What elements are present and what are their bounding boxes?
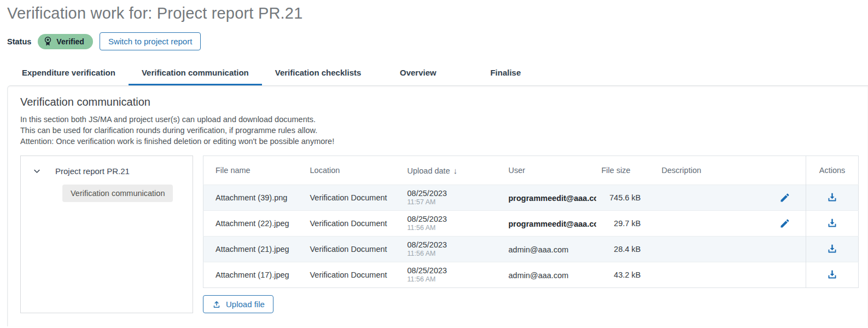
tree-root-label: Project report PR.21 <box>55 166 130 176</box>
user-cell: programmeedit@aaa.com <box>502 185 595 211</box>
file-name-cell: Attachment (21).jpeg <box>203 237 303 262</box>
file-size-cell: 43.2 kB <box>595 262 655 288</box>
download-file-button[interactable] <box>825 242 839 256</box>
column-header-file-size[interactable]: File size <box>595 156 655 185</box>
column-header-upload-date[interactable]: Upload date↓ <box>400 156 502 185</box>
description-cell <box>655 185 806 211</box>
edit-description-button[interactable] <box>778 191 791 204</box>
file-name-cell: Attachment (22).jpeg <box>203 211 303 237</box>
upload-icon <box>212 300 222 309</box>
file-size-cell: 28.4 kB <box>595 237 655 262</box>
upload-date-cell: 08/25/2023 11:56 AM <box>400 237 502 262</box>
actions-cell <box>806 237 859 262</box>
upload-date-cell: 08/25/2023 11:57 AM <box>400 185 502 211</box>
file-size-cell: 745.6 kB <box>595 185 655 211</box>
status-row: Status Verified Switch to project report <box>7 32 868 50</box>
section-title: Verification communication <box>20 96 855 108</box>
edit-description-button[interactable] <box>778 217 791 230</box>
user-cell: admin@aaa.com <box>502 262 595 288</box>
verified-ribbon-icon <box>43 36 53 47</box>
tab-finalise[interactable]: Finalise <box>462 60 549 85</box>
column-header-user[interactable]: User <box>502 156 595 185</box>
file-name-cell: Attachment (17).jpeg <box>203 262 303 288</box>
tree-root-project-report[interactable]: Project report PR.21 <box>28 166 185 176</box>
section-description: In this section both JS/MA and project u… <box>20 114 855 147</box>
description-cell <box>655 262 806 288</box>
status-badge: Verified <box>38 34 93 49</box>
actions-cell <box>806 185 859 211</box>
tab-verification-communication[interactable]: Verification communication <box>129 60 262 85</box>
report-tree-panel: Project report PR.21 Verification commun… <box>20 156 193 313</box>
table-row: Attachment (17).jpeg Verification Docume… <box>203 262 859 288</box>
upload-date-cell: 08/25/2023 11:56 AM <box>400 262 502 288</box>
actions-cell <box>806 262 859 288</box>
actions-cell <box>806 211 859 237</box>
location-cell: Verification Document <box>303 185 400 211</box>
tab-bar: Expenditure verification Verification co… <box>0 60 868 85</box>
download-file-button[interactable] <box>825 191 839 204</box>
page-title: Verification work for: Project report PR… <box>0 0 868 22</box>
upload-file-button[interactable]: Upload file <box>203 295 273 313</box>
column-header-file-name[interactable]: File name <box>203 156 303 185</box>
column-header-actions: Actions <box>806 156 859 185</box>
sort-desc-icon[interactable]: ↓ <box>453 166 458 175</box>
table-header-row: File name Location Upload date↓ User Fil… <box>203 156 859 185</box>
download-file-button[interactable] <box>825 216 839 230</box>
content-card: Verification communication In this secti… <box>7 85 868 326</box>
column-header-location[interactable]: Location <box>303 156 400 185</box>
file-name-cell: Attachment (39).png <box>203 185 303 211</box>
table-row: Attachment (21).jpeg Verification Docume… <box>203 237 859 262</box>
status-badge-text: Verified <box>56 37 84 46</box>
chevron-down-icon[interactable] <box>33 167 41 175</box>
location-cell: Verification Document <box>303 237 400 262</box>
status-label: Status <box>7 37 31 46</box>
location-cell: Verification Document <box>303 211 400 237</box>
section-description-line: This can be used for clarification round… <box>20 125 855 136</box>
user-cell: programmeedit@aaa.com <box>502 211 595 237</box>
location-cell: Verification Document <box>303 262 400 288</box>
file-size-cell: 29.7 kB <box>595 211 655 237</box>
tab-expenditure-verification[interactable]: Expenditure verification <box>9 60 129 85</box>
documents-table: File name Location Upload date↓ User Fil… <box>203 156 859 288</box>
switch-to-project-report-button[interactable]: Switch to project report <box>100 32 201 50</box>
table-row: Attachment (39).png Verification Documen… <box>203 185 859 211</box>
section-description-line: In this section both JS/MA and project u… <box>20 114 855 125</box>
table-row: Attachment (22).jpeg Verification Docume… <box>203 211 859 237</box>
tree-item-verification-communication[interactable]: Verification communication <box>62 185 173 202</box>
user-cell: admin@aaa.com <box>502 237 595 262</box>
tab-verification-checklists[interactable]: Verification checklists <box>262 60 375 85</box>
download-file-button[interactable] <box>825 268 839 281</box>
upload-date-cell: 08/25/2023 11:56 AM <box>400 211 502 237</box>
tab-overview[interactable]: Overview <box>374 60 462 85</box>
section-description-line: Attention: Once verification work is fin… <box>20 136 855 147</box>
column-header-description[interactable]: Description <box>655 156 806 185</box>
description-cell <box>655 237 806 262</box>
description-cell <box>655 211 806 237</box>
